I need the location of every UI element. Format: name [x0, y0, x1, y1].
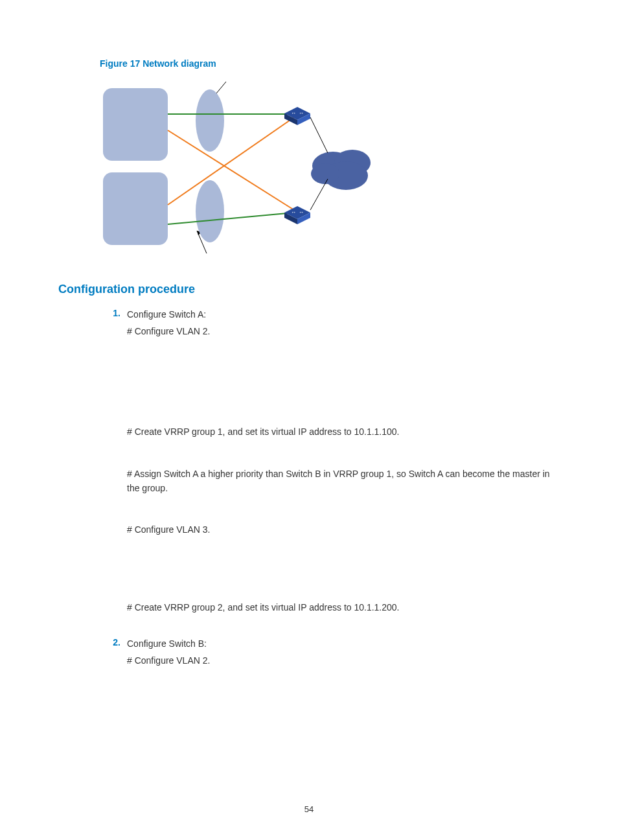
- svg-text:↔: ↔: [291, 209, 296, 215]
- svg-point-6: [196, 89, 224, 152]
- switch-a-icon: ↔ ↔: [284, 107, 310, 125]
- svg-point-15: [311, 163, 339, 184]
- step-number: 1.: [100, 308, 120, 318]
- step-2-title: Configure Switch B:: [127, 637, 560, 651]
- switch-b-icon: ↔ ↔: [284, 206, 310, 224]
- page-number: 54: [0, 804, 618, 814]
- step-1-line-3: # Assign Switch A a higher priority than…: [127, 467, 560, 495]
- step-2: 2. Configure Switch B: # Configure VLAN …: [100, 637, 560, 670]
- svg-line-9: [168, 213, 294, 224]
- svg-line-10: [168, 130, 294, 210]
- svg-rect-0: [103, 88, 168, 161]
- step-1-line-1: # Configure VLAN 2.: [127, 325, 560, 339]
- step-number: 2.: [100, 637, 120, 648]
- figure-caption: Figure 17 Network diagram: [100, 58, 560, 69]
- step-1-line-2: # Create VRRP group 1, and set its virtu…: [127, 425, 560, 439]
- svg-line-27: [310, 179, 328, 210]
- step-1-title: Configure Switch A:: [127, 308, 560, 322]
- svg-text:↔: ↔: [299, 209, 304, 215]
- step-1-line-5: # Create VRRP group 2, and set its virtu…: [127, 601, 560, 615]
- step-2-line-1: # Configure VLAN 2.: [127, 654, 560, 668]
- svg-line-11: [168, 117, 294, 205]
- svg-text:↔: ↔: [291, 110, 296, 116]
- step-1: 1. Configure Switch A: # Configure VLAN …: [100, 308, 560, 341]
- svg-rect-1: [103, 172, 168, 245]
- svg-line-21: [310, 117, 328, 153]
- step-1-line-4: # Configure VLAN 3.: [127, 523, 560, 537]
- section-heading-configuration-procedure: Configuration procedure: [58, 283, 560, 296]
- svg-text:↔: ↔: [299, 110, 304, 116]
- network-diagram: ↔ ↔ ↔ ↔: [100, 82, 378, 257]
- svg-point-7: [196, 180, 224, 242]
